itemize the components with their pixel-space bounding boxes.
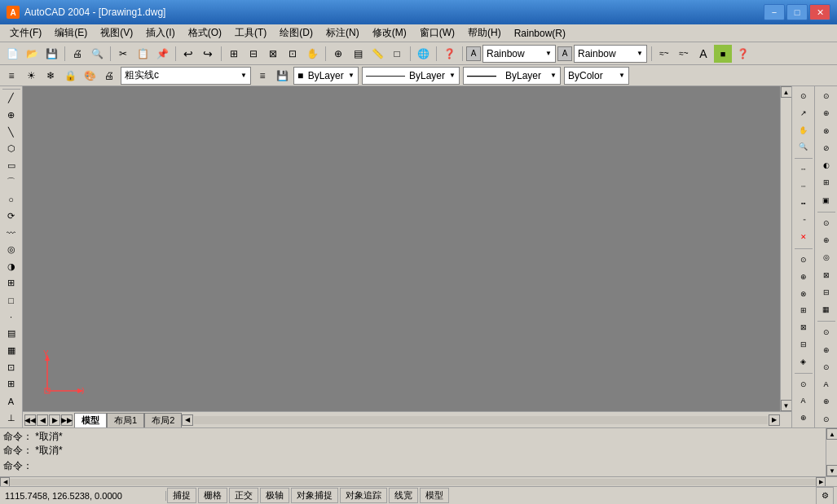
menu-item-rainbowr[interactable]: Rainbow(R)	[508, 26, 572, 41]
canvas-area[interactable]: X Y	[23, 86, 780, 411]
zoom-extents[interactable]: ⊡	[284, 45, 302, 63]
layer-dropdown[interactable]: 粗实线c ▼	[121, 67, 251, 85]
rt-r4[interactable]: ╶	[795, 213, 813, 229]
cmd-hscroll[interactable]: ◀ ▶	[0, 477, 826, 486]
pan[interactable]: ✋	[303, 45, 321, 63]
vscroll-up[interactable]: ▲	[781, 86, 792, 98]
rt-s4[interactable]: ⊞	[795, 303, 813, 319]
rt-cursor[interactable]: ↗	[795, 105, 813, 121]
draw-ellipse[interactable]: ◎	[2, 242, 20, 258]
hscroll-track[interactable]	[194, 416, 768, 424]
rt-s3[interactable]: ⊗	[795, 286, 813, 302]
hscroll-left[interactable]: ◀	[182, 414, 193, 426]
rainbow-extra-2[interactable]: ≈~	[675, 45, 693, 63]
vscroll-down[interactable]: ▼	[781, 400, 792, 411]
grid-btn[interactable]: 栅格	[198, 488, 227, 503]
draw-rectangle[interactable]: ▭	[2, 158, 20, 174]
layer-prop[interactable]: ▤	[349, 45, 367, 63]
maximize-button[interactable]: □	[786, 4, 808, 20]
draw-ellipse-arc[interactable]: ◑	[2, 258, 20, 274]
layer-save-icon[interactable]: 💾	[274, 68, 290, 84]
rt-t3[interactable]: ⊕	[795, 410, 813, 426]
polar-btn[interactable]: 极轴	[260, 488, 289, 503]
tab-first[interactable]: ◀◀	[24, 414, 36, 426]
layer-color-icon[interactable]: 🎨	[81, 68, 98, 84]
rt-pan[interactable]: ✋	[795, 122, 813, 138]
close-button[interactable]: ✕	[809, 4, 830, 20]
zoom-prev[interactable]: ⊠	[264, 45, 282, 63]
draw-point[interactable]: ·	[2, 309, 20, 325]
rt-r2[interactable]: ┄	[795, 178, 813, 195]
menu-item-h[interactable]: 帮助(H)	[461, 24, 508, 42]
color-dropdown[interactable]: ■ ByLayer ▼	[293, 67, 359, 85]
tab-layout2[interactable]: 布局2	[144, 413, 182, 427]
rainbow-extra-4[interactable]: ■	[714, 45, 732, 63]
vscroll-track[interactable]	[781, 98, 792, 400]
draw-mtext[interactable]: A	[2, 393, 20, 410]
draw-circle[interactable]: ○	[2, 191, 20, 208]
layer-prop-btn[interactable]: ≡	[254, 68, 271, 84]
lineweight-dropdown[interactable]: ——— ByLayer ▼	[463, 67, 561, 85]
print-button[interactable]: 🖨	[68, 45, 86, 63]
re-16[interactable]: ⊙	[817, 359, 835, 375]
copy-button[interactable]: 📋	[134, 45, 152, 63]
re-3[interactable]: ⊗	[817, 123, 835, 139]
tab-model[interactable]: 模型	[74, 413, 107, 427]
snap-btn[interactable]: 捕捉	[167, 488, 196, 503]
draw-hatch[interactable]: ▤	[2, 326, 20, 342]
layer-light-icon[interactable]: ☀	[23, 68, 39, 84]
layer-freeze-icon[interactable]: ❄	[42, 68, 59, 84]
rt-t2[interactable]: A	[795, 392, 813, 409]
rainbow-extra-1[interactable]: ≈~	[655, 45, 673, 63]
menu-item-t[interactable]: 工具(T)	[228, 24, 273, 42]
rt-rainbow-x[interactable]: ✕	[795, 229, 813, 245]
rt-snap[interactable]: ⊙	[795, 88, 813, 104]
undo-button[interactable]: ↩	[179, 45, 197, 63]
draw-table[interactable]: ⊞	[2, 376, 20, 392]
layer-lock-icon[interactable]: 🔒	[62, 68, 78, 84]
cmd-vscroll[interactable]: ▲ ▼	[826, 428, 837, 476]
zoom-window[interactable]: ⊞	[225, 45, 243, 63]
re-14[interactable]: ⊙	[817, 324, 835, 340]
rt-r1[interactable]: ╌	[795, 161, 813, 177]
hscroll[interactable]: ◀ ▶	[182, 414, 780, 426]
help-button[interactable]: ❓	[440, 45, 458, 63]
menu-item-v[interactable]: 视图(V)	[94, 24, 139, 42]
menu-item-w[interactable]: 窗口(W)	[413, 24, 461, 42]
draw-region[interactable]: ⊡	[2, 359, 20, 375]
rt-s2[interactable]: ⊕	[795, 269, 813, 285]
menu-item-f[interactable]: 文件(F)	[3, 24, 48, 42]
status-icon[interactable]: ⚙	[816, 487, 834, 505]
rt-zoom[interactable]: 🔍	[795, 138, 813, 155]
minimize-button[interactable]: −	[764, 4, 785, 20]
cmd-scroll-down[interactable]: ▼	[826, 465, 837, 476]
save-button[interactable]: 💾	[42, 45, 60, 63]
re-4[interactable]: ⊘	[817, 140, 835, 156]
preview-button[interactable]: 🔍	[88, 45, 106, 63]
rainbow-dropdown-2[interactable]: Rainbow ▼	[574, 45, 647, 63]
insert-block[interactable]: ⊞	[2, 275, 20, 291]
re-9[interactable]: ⊕	[817, 232, 835, 248]
otrack-btn[interactable]: 对象追踪	[340, 488, 387, 503]
open-button[interactable]: 📂	[23, 45, 41, 63]
draw-line[interactable]: ╱	[2, 90, 20, 107]
paste-button[interactable]: 📌	[153, 45, 171, 63]
re-2[interactable]: ⊕	[817, 105, 835, 121]
draw-xline[interactable]: ⊕	[2, 107, 20, 124]
ortho-btn[interactable]: 正交	[229, 488, 258, 503]
menu-item-n[interactable]: 标注(N)	[319, 24, 366, 42]
menu-item-e[interactable]: 编辑(E)	[48, 24, 94, 42]
vscroll[interactable]: ▲ ▼	[780, 86, 791, 411]
hscroll-right[interactable]: ▶	[769, 414, 780, 426]
draw-tol[interactable]: ⊥	[2, 410, 20, 426]
re-12[interactable]: ⊟	[817, 284, 835, 300]
re-8[interactable]: ⊙	[817, 215, 835, 231]
plotstyle-dropdown[interactable]: ByColor ▼	[564, 67, 629, 85]
cmd-hscroll-left[interactable]: ◀	[0, 477, 10, 487]
layer-print-icon[interactable]: 🖨	[101, 68, 117, 84]
draw-gradient[interactable]: ▦	[2, 343, 20, 359]
menu-item-m[interactable]: 修改(M)	[366, 24, 413, 42]
zoom-real[interactable]: ⊟	[244, 45, 262, 63]
draw-spline[interactable]: 〰	[2, 225, 20, 241]
cmd-input-field[interactable]	[36, 460, 822, 473]
